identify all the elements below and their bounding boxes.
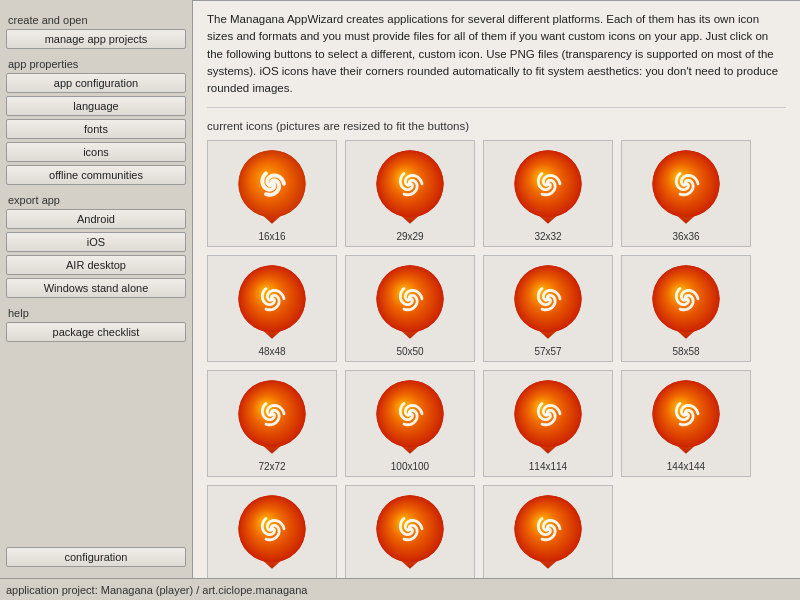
icon-canvas-50 [370,262,450,342]
icon-label-57: 57x57 [534,346,561,357]
icon-canvas-144 [646,377,726,457]
status-text: application project: Managana (player) /… [6,584,307,596]
icon-57x57[interactable]: 57x57 [483,255,613,362]
icon-extra1[interactable] [207,485,337,578]
icons-button[interactable]: icons [6,142,186,162]
icon-canvas-48 [232,262,312,342]
icon-canvas-32 [508,147,588,227]
icon-label-50: 50x50 [396,346,423,357]
icon-canvas-36 [646,147,726,227]
icon-72x72[interactable]: 72x72 [207,370,337,477]
icon-extra2[interactable] [345,485,475,578]
app-properties-label: app properties [6,58,186,70]
icon-canvas-100 [370,377,450,457]
icon-canvas-e2 [370,492,450,572]
icon-label-144: 144x144 [667,461,705,472]
icon-label-100: 100x100 [391,461,429,472]
air-desktop-button[interactable]: AIR desktop [6,255,186,275]
icon-extra3[interactable] [483,485,613,578]
icon-canvas-114 [508,377,588,457]
icon-58x58[interactable]: 58x58 [621,255,751,362]
icon-50x50[interactable]: 50x50 [345,255,475,362]
icon-label-16: 16x16 [258,231,285,242]
icon-canvas-72 [232,377,312,457]
icon-32x32[interactable]: 32x32 [483,140,613,247]
configuration-button[interactable]: configuration [6,547,186,567]
export-app-label: export app [6,194,186,206]
icon-canvas-e3 [508,492,588,572]
icon-16x16[interactable]: 16x16 [207,140,337,247]
icon-36x36[interactable]: 36x36 [621,140,751,247]
icon-label-114: 114x114 [529,461,567,472]
status-bar: application project: Managana (player) /… [0,578,800,600]
icon-label-32: 32x32 [534,231,561,242]
icon-canvas-58 [646,262,726,342]
icons-section-label: current icons (pictures are resized to f… [207,120,786,132]
icon-label-58: 58x58 [672,346,699,357]
android-button[interactable]: Android [6,209,186,229]
offline-communities-button[interactable]: offline communities [6,165,186,185]
create-open-label: create and open [6,14,186,26]
intro-text: The Managana AppWizard creates applicati… [207,11,786,108]
icon-144x144[interactable]: 144x144 [621,370,751,477]
icon-label-48: 48x48 [258,346,285,357]
icon-canvas-e1 [232,492,312,572]
icon-48x48[interactable]: 48x48 [207,255,337,362]
language-button[interactable]: language [6,96,186,116]
icon-label-36: 36x36 [672,231,699,242]
sidebar: create and open manage app projects app … [0,0,192,578]
ios-button[interactable]: iOS [6,232,186,252]
icon-29x29[interactable]: 29x29 [345,140,475,247]
content-area: The Managana AppWizard creates applicati… [192,0,800,578]
icon-100x100[interactable]: 100x100 [345,370,475,477]
help-label: help [6,307,186,319]
package-checklist-button[interactable]: package checklist [6,322,186,342]
fonts-button[interactable]: fonts [6,119,186,139]
manage-projects-button[interactable]: manage app projects [6,29,186,49]
icon-canvas-16 [232,147,312,227]
icon-label-72: 72x72 [258,461,285,472]
icon-114x114[interactable]: 114x114 [483,370,613,477]
icon-canvas-57 [508,262,588,342]
app-config-button[interactable]: app configuration [6,73,186,93]
icon-label-29: 29x29 [396,231,423,242]
icons-grid: 16x16 29x29 32x32 36x36 48x48 50x50 [207,140,786,578]
windows-standalone-button[interactable]: Windows stand alone [6,278,186,298]
icon-canvas-29 [370,147,450,227]
